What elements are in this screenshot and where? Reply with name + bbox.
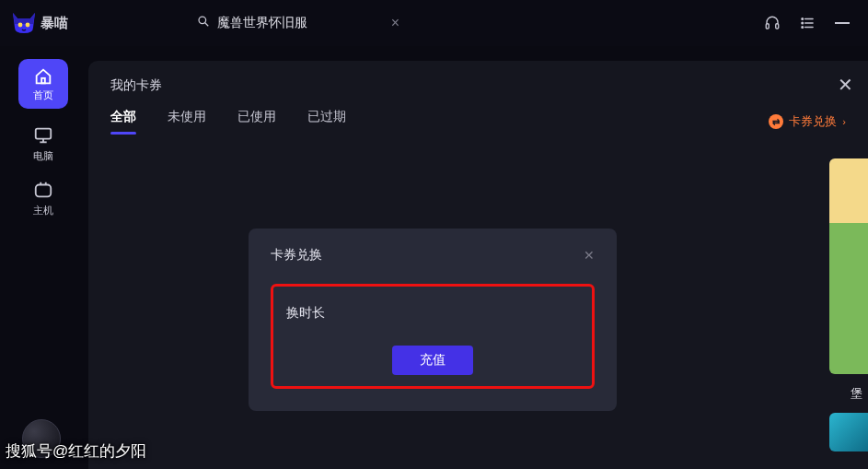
tab-unused[interactable]: 未使用: [168, 109, 206, 135]
sidebar-item-label: 电脑: [33, 149, 53, 163]
search-input[interactable]: [217, 16, 388, 30]
cat-logo-icon: [11, 11, 37, 35]
app-logo: 暴喵: [11, 11, 68, 35]
sidebar-item-label: 主机: [33, 204, 53, 217]
window-titlebar: 暴喵 ×: [0, 0, 868, 46]
charge-button[interactable]: 充值: [392, 346, 473, 375]
swap-icon: ⇄: [769, 114, 783, 129]
svg-rect-12: [41, 77, 45, 83]
svg-point-8: [802, 22, 804, 24]
game-thumbnail-caption: 堡: [829, 383, 868, 404]
menu-list-icon[interactable]: [793, 8, 822, 38]
clear-search-icon[interactable]: ×: [391, 15, 399, 31]
tab-expired[interactable]: 已过期: [307, 109, 346, 135]
svg-point-1: [26, 23, 30, 28]
console-icon: [33, 180, 53, 200]
tab-all[interactable]: 全部: [110, 109, 136, 135]
avatar[interactable]: [22, 419, 61, 458]
close-icon[interactable]: ✕: [838, 74, 853, 96]
headset-icon[interactable]: [758, 8, 787, 38]
sidebar-item-console[interactable]: 主机: [33, 180, 53, 217]
coupon-modal-title: 我的卡券: [110, 77, 162, 94]
sidebar-item-pc[interactable]: 电脑: [33, 125, 53, 163]
coupon-tabs: 全部 未使用 已使用 已过期 ⇄ 卡券兑换 ›: [88, 94, 868, 135]
sidebar-item-label: 首页: [33, 88, 53, 102]
svg-rect-5: [776, 24, 779, 29]
search-icon: [197, 15, 210, 31]
redeem-dialog-title: 卡券兑换: [271, 247, 322, 264]
exchange-duration-input[interactable]: [283, 296, 583, 329]
minimize-icon: [835, 22, 850, 24]
redeem-link[interactable]: ⇄ 卡券兑换 ›: [769, 113, 846, 130]
tab-used[interactable]: 已使用: [237, 109, 276, 135]
app-name: 暴喵: [41, 15, 68, 32]
svg-point-10: [802, 27, 804, 29]
svg-rect-13: [36, 129, 52, 139]
coupon-modal: 我的卡券 ✕ 全部 未使用 已使用 已过期 ⇄ 卡券兑换 › 卡券兑换 ✕ 充值…: [88, 61, 868, 469]
svg-rect-16: [36, 185, 52, 197]
search-box[interactable]: ×: [197, 10, 399, 36]
svg-line-3: [205, 23, 209, 27]
game-thumbnail[interactable]: [829, 413, 868, 451]
sidebar-item-home[interactable]: 首页: [18, 59, 68, 109]
monitor-icon: [33, 125, 53, 146]
svg-point-2: [199, 17, 206, 24]
minimize-button[interactable]: [827, 8, 857, 38]
redeem-dialog: 卡券兑换 ✕ 充值: [249, 229, 617, 411]
highlight-box: 充值: [271, 284, 595, 389]
game-thumbnail[interactable]: [829, 158, 868, 374]
close-icon[interactable]: ✕: [584, 248, 595, 263]
svg-rect-4: [766, 24, 769, 29]
sidebar: 首页 电脑 主机: [0, 59, 87, 217]
chevron-right-icon: ›: [842, 116, 846, 127]
redeem-link-label: 卡券兑换: [789, 113, 837, 130]
svg-point-0: [18, 23, 23, 28]
svg-point-6: [802, 18, 804, 20]
home-icon: [33, 66, 53, 87]
game-thumbnail-strip: 堡: [829, 158, 868, 451]
